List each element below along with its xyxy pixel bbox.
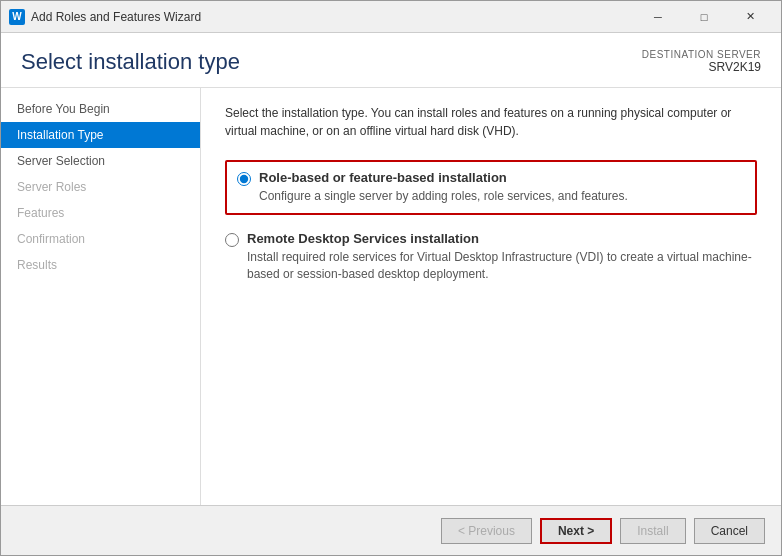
sidebar-item-results: Results <box>1 252 200 278</box>
cancel-button[interactable]: Cancel <box>694 518 765 544</box>
maximize-button[interactable]: □ <box>681 1 727 33</box>
sidebar-item-installation-type[interactable]: Installation Type <box>1 122 200 148</box>
previous-button[interactable]: < Previous <box>441 518 532 544</box>
sidebar: Before You BeginInstallation TypeServer … <box>1 88 201 505</box>
window-controls: ─ □ ✕ <box>635 1 773 33</box>
title-bar: W Add Roles and Features Wizard ─ □ ✕ <box>1 1 781 33</box>
page-title: Select installation type <box>21 49 240 75</box>
main-content: Before You BeginInstallation TypeServer … <box>1 88 781 505</box>
sidebar-item-server-roles: Server Roles <box>1 174 200 200</box>
option-desc-remote-desktop: Install required role services for Virtu… <box>247 249 757 283</box>
window-title: Add Roles and Features Wizard <box>31 10 635 24</box>
install-button[interactable]: Install <box>620 518 685 544</box>
destination-label: DESTINATION SERVER <box>642 49 761 60</box>
app-icon: W <box>9 9 25 25</box>
option-desc-role-based: Configure a single server by adding role… <box>259 188 745 205</box>
radio-role-based[interactable] <box>237 172 251 186</box>
sidebar-item-features: Features <box>1 200 200 226</box>
option-label-row-role-based: Role-based or feature-based installation <box>237 170 745 186</box>
header: Select installation type DESTINATION SER… <box>1 33 781 88</box>
content-area: Select the installation type. You can in… <box>201 88 781 505</box>
sidebar-item-confirmation: Confirmation <box>1 226 200 252</box>
option-remote-desktop[interactable]: Remote Desktop Services installationInst… <box>225 231 757 283</box>
option-group: Role-based or feature-based installation… <box>225 160 757 282</box>
next-button[interactable]: Next > <box>540 518 612 544</box>
destination-server: DESTINATION SERVER SRV2K19 <box>642 49 761 74</box>
minimize-button[interactable]: ─ <box>635 1 681 33</box>
wizard-window: W Add Roles and Features Wizard ─ □ ✕ Se… <box>0 0 782 556</box>
option-label-row-remote-desktop: Remote Desktop Services installation <box>225 231 757 247</box>
sidebar-item-before-you-begin[interactable]: Before You Begin <box>1 96 200 122</box>
option-title-role-based: Role-based or feature-based installation <box>259 170 507 185</box>
footer: < Previous Next > Install Cancel <box>1 505 781 555</box>
close-button[interactable]: ✕ <box>727 1 773 33</box>
radio-remote-desktop[interactable] <box>225 233 239 247</box>
sidebar-item-server-selection[interactable]: Server Selection <box>1 148 200 174</box>
option-role-based[interactable]: Role-based or feature-based installation… <box>225 160 757 215</box>
option-title-remote-desktop: Remote Desktop Services installation <box>247 231 479 246</box>
server-name: SRV2K19 <box>642 60 761 74</box>
description-text: Select the installation type. You can in… <box>225 104 757 140</box>
